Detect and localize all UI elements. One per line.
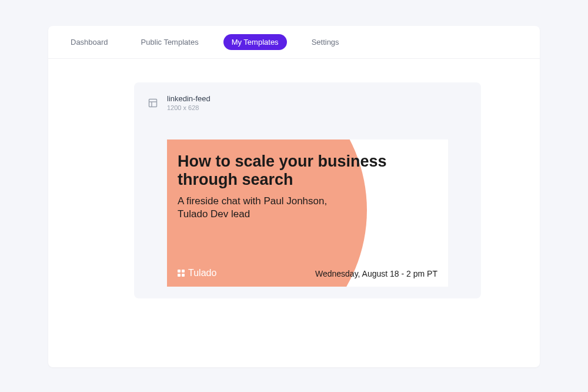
main-card: Dashboard Public Templates My Templates … — [48, 26, 540, 367]
tab-settings[interactable]: Settings — [303, 34, 348, 50]
svg-rect-0 — [149, 99, 157, 107]
tab-public-templates[interactable]: Public Templates — [133, 34, 207, 50]
content-area: linkedin-feed 1200 x 628 How to scale yo… — [48, 59, 540, 298]
nav-tabs: Dashboard Public Templates My Templates … — [48, 26, 540, 59]
brand-logo-icon — [178, 270, 185, 277]
preview-footer: Tulado Wednesday, August 18 - 2 pm PT — [178, 268, 437, 278]
preview-date: Wednesday, August 18 - 2 pm PT — [315, 269, 437, 278]
tab-my-templates[interactable]: My Templates — [223, 34, 287, 50]
preview-container: How to scale your business through searc… — [146, 139, 469, 287]
preview-subtitle: A fireside chat with Paul Jonhson, Tulad… — [178, 195, 342, 221]
preview-image[interactable]: How to scale your business through searc… — [167, 139, 448, 287]
template-card[interactable]: linkedin-feed 1200 x 628 How to scale yo… — [134, 82, 481, 298]
template-info: linkedin-feed 1200 x 628 — [167, 94, 211, 111]
brand-name: Tulado — [188, 268, 216, 278]
tab-dashboard[interactable]: Dashboard — [62, 34, 116, 50]
template-icon — [146, 96, 160, 110]
template-dimensions: 1200 x 628 — [167, 104, 211, 111]
preview-content: How to scale your business through searc… — [178, 152, 437, 278]
brand-mark: Tulado — [178, 268, 216, 278]
template-name: linkedin-feed — [167, 94, 211, 103]
preview-title: How to scale your business through searc… — [178, 152, 401, 189]
template-header: linkedin-feed 1200 x 628 — [146, 94, 469, 111]
